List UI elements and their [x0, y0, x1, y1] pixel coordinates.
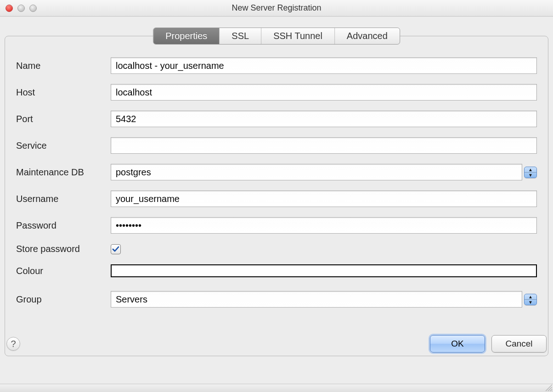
row-maintenance-db: Maintenance DB ▲ ▼ — [16, 164, 537, 180]
ok-button[interactable]: OK — [430, 335, 485, 353]
group-input[interactable] — [111, 291, 522, 308]
maintenance-db-input[interactable] — [111, 164, 522, 180]
content-area: Properties SSL SSH Tunnel Advanced Name … — [0, 17, 553, 361]
row-password: Password — [16, 217, 537, 234]
close-icon[interactable] — [6, 5, 13, 12]
chevron-down-icon[interactable]: ▼ — [525, 173, 536, 178]
window-title: New Server Registration — [0, 3, 553, 13]
host-input[interactable] — [111, 84, 537, 101]
zoom-icon[interactable] — [29, 5, 37, 12]
statusbar — [0, 384, 553, 392]
tab-ssh-tunnel[interactable]: SSH Tunnel — [261, 28, 335, 44]
label-colour: Colour — [16, 266, 111, 276]
help-button[interactable]: ? — [6, 337, 20, 351]
titlebar: New Server Registration — [0, 0, 553, 17]
tab-ssl[interactable]: SSL — [220, 28, 261, 44]
label-username: Username — [16, 194, 111, 204]
cancel-button[interactable]: Cancel — [491, 335, 547, 353]
row-name: Name — [16, 57, 537, 74]
password-input[interactable] — [111, 217, 537, 234]
chevron-up-icon[interactable]: ▲ — [525, 167, 536, 173]
row-store-password: Store password — [16, 244, 537, 254]
row-colour: Colour — [16, 264, 537, 277]
row-port: Port — [16, 111, 537, 127]
traffic-lights — [0, 5, 37, 12]
label-port: Port — [16, 114, 111, 124]
button-row: ? OK Cancel — [6, 335, 547, 353]
label-store-password: Store password — [16, 244, 111, 254]
label-maintenance-db: Maintenance DB — [16, 167, 111, 178]
label-group: Group — [16, 294, 111, 305]
chevron-up-icon[interactable]: ▲ — [525, 294, 536, 300]
row-service: Service — [16, 137, 537, 154]
row-host: Host — [16, 84, 537, 101]
colour-swatch[interactable] — [111, 264, 537, 277]
tab-advanced[interactable]: Advanced — [335, 28, 400, 44]
label-password: Password — [16, 220, 111, 231]
store-password-checkbox[interactable] — [111, 244, 121, 254]
service-input[interactable] — [111, 137, 537, 154]
port-input[interactable] — [111, 111, 537, 127]
username-input[interactable] — [111, 190, 537, 207]
check-icon — [112, 246, 119, 253]
label-host: Host — [16, 87, 111, 98]
resize-grip-icon[interactable] — [544, 383, 552, 391]
group-stepper[interactable]: ▲ ▼ — [524, 294, 537, 305]
properties-panel: Name Host Port Service Maintenance DB — [5, 36, 548, 356]
row-group: Group ▲ ▼ — [16, 291, 537, 308]
maintenance-db-stepper[interactable]: ▲ ▼ — [524, 167, 537, 178]
minimize-icon[interactable] — [17, 5, 25, 12]
label-service: Service — [16, 140, 111, 151]
name-input[interactable] — [111, 57, 537, 74]
tabbar: Properties SSL SSH Tunnel Advanced — [153, 28, 400, 45]
chevron-down-icon[interactable]: ▼ — [525, 300, 536, 305]
row-username: Username — [16, 190, 537, 207]
label-name: Name — [16, 61, 111, 71]
tab-properties[interactable]: Properties — [153, 28, 220, 44]
